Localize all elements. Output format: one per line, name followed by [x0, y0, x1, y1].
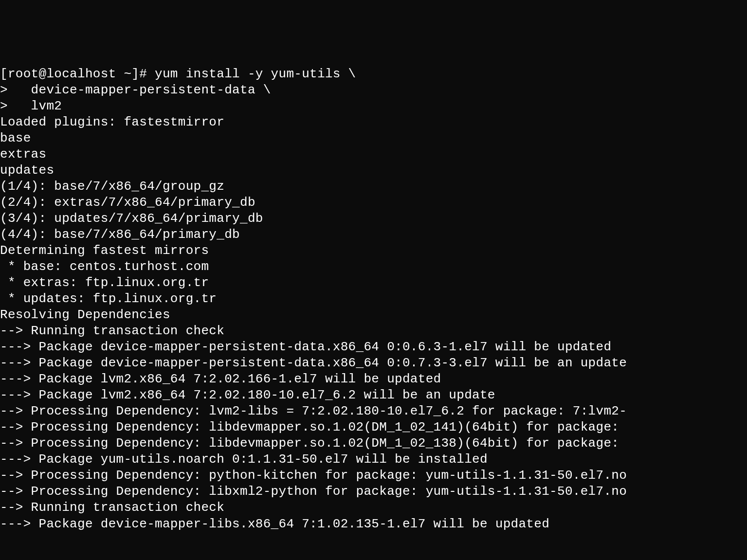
terminal-line: (4/4): base/7/x86_64/primary_db	[0, 227, 747, 243]
terminal-line: (3/4): updates/7/x86_64/primary_db	[0, 211, 747, 227]
terminal-line: * updates: ftp.linux.org.tr	[0, 291, 747, 307]
terminal-output[interactable]: [root@localhost ~]# yum install -y yum-u…	[0, 66, 747, 532]
terminal-line: > lvm2	[0, 98, 747, 114]
terminal-line: ---> Package lvm2.x86_64 7:2.02.180-10.e…	[0, 387, 747, 403]
terminal-line: --> Processing Dependency: libxml2-pytho…	[0, 484, 747, 500]
terminal-line: (1/4): base/7/x86_64/group_gz	[0, 179, 747, 195]
terminal-line: --> Processing Dependency: python-kitche…	[0, 468, 747, 484]
terminal-line: (2/4): extras/7/x86_64/primary_db	[0, 195, 747, 211]
terminal-line: > device-mapper-persistent-data \	[0, 82, 747, 98]
terminal-line: --> Processing Dependency: lvm2-libs = 7…	[0, 403, 747, 419]
terminal-line: --> Running transaction check	[0, 500, 747, 516]
terminal-line: ---> Package device-mapper-persistent-da…	[0, 339, 747, 355]
terminal-line: Loaded plugins: fastestmirror	[0, 114, 747, 130]
terminal-line: ---> Package device-mapper-persistent-da…	[0, 355, 747, 371]
terminal-line: base	[0, 130, 747, 146]
terminal-line: --> Processing Dependency: libdevmapper.…	[0, 419, 747, 435]
terminal-line: [root@localhost ~]# yum install -y yum-u…	[0, 66, 747, 82]
terminal-line: --> Running transaction check	[0, 323, 747, 339]
terminal-line: ---> Package yum-utils.noarch 0:1.1.31-5…	[0, 452, 747, 468]
terminal-line: * base: centos.turhost.com	[0, 259, 747, 275]
terminal-line: updates	[0, 163, 747, 179]
terminal-line: ---> Package device-mapper-libs.x86_64 7…	[0, 516, 747, 532]
terminal-line: * extras: ftp.linux.org.tr	[0, 275, 747, 291]
terminal-line: Resolving Dependencies	[0, 307, 747, 323]
terminal-line: extras	[0, 146, 747, 163]
terminal-line: ---> Package lvm2.x86_64 7:2.02.166-1.el…	[0, 371, 747, 387]
terminal-line: --> Processing Dependency: libdevmapper.…	[0, 435, 747, 452]
terminal-line: Determining fastest mirrors	[0, 243, 747, 259]
